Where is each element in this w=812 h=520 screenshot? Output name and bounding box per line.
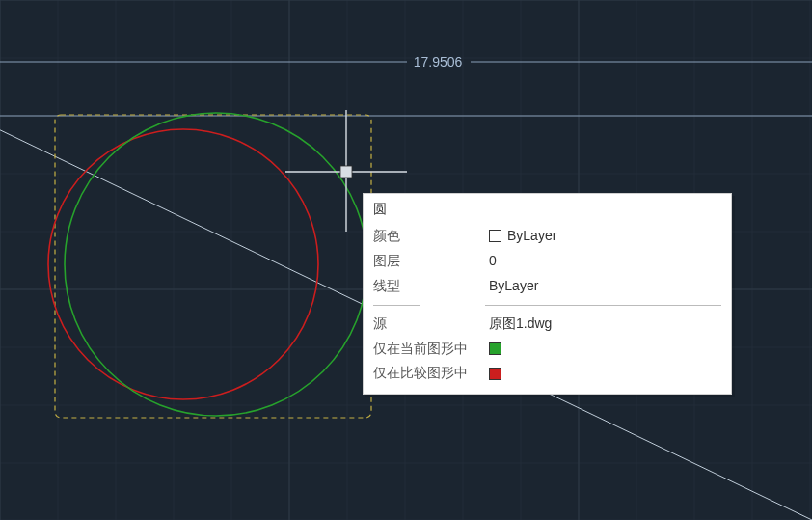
compare-value [489, 361, 721, 386]
property-row-current: 仅在当前图形中 [364, 337, 731, 362]
color-value-text: ByLayer [507, 224, 556, 249]
svg-rect-34 [340, 166, 352, 178]
property-row-compare: 仅在比较图形中 [364, 361, 731, 386]
circle-compare[interactable] [48, 129, 318, 399]
source-label: 源 [373, 312, 489, 337]
circle-current[interactable] [65, 113, 367, 416]
dimension-line[interactable]: 17.9506 [0, 54, 812, 69]
current-label: 仅在当前图形中 [373, 337, 489, 362]
current-swatch-icon [489, 342, 501, 355]
compare-label: 仅在比较图形中 [373, 361, 489, 386]
linetype-label: 线型 [373, 274, 489, 299]
current-value [489, 337, 721, 362]
tooltip-title: 圆 [364, 194, 731, 224]
linetype-value: ByLayer [489, 274, 721, 299]
property-row-layer: 图层 0 [364, 249, 731, 274]
separator-icon [364, 299, 731, 312]
property-row-color: 颜色 ByLayer [364, 224, 731, 249]
property-row-source: 源 原图1.dwg [364, 312, 731, 337]
color-label: 颜色 [373, 224, 489, 249]
dimension-text: 17.9506 [414, 54, 463, 69]
bylayer-swatch-icon [489, 230, 501, 242]
layer-label: 图层 [373, 249, 489, 274]
rollover-tooltip: 圆 颜色 ByLayer 图层 0 线型 ByLayer 源 原图1.dwg 仅… [363, 193, 732, 395]
source-value: 原图1.dwg [489, 312, 721, 337]
color-value: ByLayer [489, 224, 721, 249]
layer-value: 0 [489, 249, 721, 274]
compare-swatch-icon [489, 368, 501, 380]
property-row-linetype: 线型 ByLayer [364, 274, 731, 299]
